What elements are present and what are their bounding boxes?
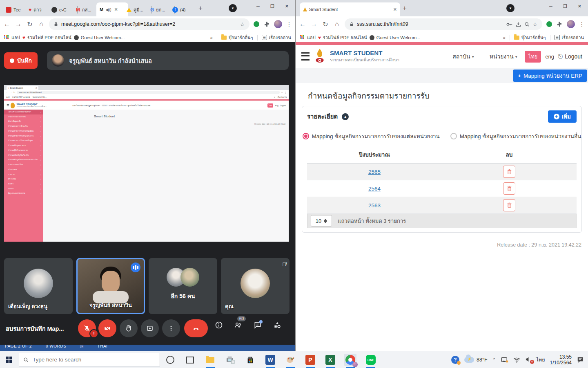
- chat-button[interactable]: [254, 321, 262, 331]
- delete-button[interactable]: [503, 199, 515, 211]
- password-key-icon[interactable]: [506, 22, 512, 27]
- zoom-icon[interactable]: [524, 22, 530, 27]
- paint3d-icon[interactable]: [284, 354, 296, 366]
- leave-call-button[interactable]: [184, 319, 208, 337]
- wifi-icon[interactable]: [513, 357, 520, 363]
- more-options-button[interactable]: [162, 319, 180, 337]
- tab-close-icon[interactable]: ✕: [114, 7, 118, 12]
- mapping-erp-button[interactable]: +Mapping หน่วยงาน ERP: [513, 70, 587, 82]
- radio-own-unit[interactable]: Mapping ข้อมูลกิจกรรมรายการรับของแต่ละหน…: [303, 132, 440, 141]
- line-icon[interactable]: LINE: [365, 354, 377, 366]
- active-speaker-tile[interactable]: จรูญพันธ์ สหนาวิน: [76, 258, 145, 314]
- nav-department[interactable]: หน่วยงาน▾: [490, 52, 517, 61]
- minimize-button[interactable]: ─: [256, 4, 260, 9]
- hamburger-menu-icon[interactable]: [301, 52, 310, 61]
- page-size-select[interactable]: 10: [311, 215, 332, 227]
- camera-toggle-button[interactable]: [98, 319, 116, 337]
- profile-avatar[interactable]: [274, 20, 282, 28]
- maximize-button[interactable]: ❐: [270, 4, 274, 9]
- refresh-icon[interactable]: ↻: [26, 20, 33, 28]
- other-bookmarks[interactable]: บุ๊กมาร์กอื่นๆ: [221, 34, 253, 41]
- delete-button[interactable]: [503, 182, 515, 195]
- year-link[interactable]: 2564: [368, 186, 381, 192]
- home-icon[interactable]: ⌂: [333, 20, 341, 28]
- extensions-puzzle-icon[interactable]: [263, 21, 270, 27]
- tray-expand-icon[interactable]: ⌃: [492, 357, 496, 363]
- tab-facebook[interactable]: f (4): [169, 3, 198, 16]
- bookmarks-overflow-icon[interactable]: »: [210, 35, 213, 40]
- home-icon[interactable]: ⌂: [38, 20, 45, 28]
- other-bookmarks[interactable]: บุ๊กมาร์กอื่นๆ: [514, 34, 546, 41]
- task-view-icon[interactable]: [184, 354, 196, 366]
- clock[interactable]: 13:55 1/10/2564: [550, 354, 572, 366]
- ms-store-icon[interactable]: [244, 354, 256, 366]
- year-link[interactable]: 2563: [368, 202, 381, 209]
- install-icon[interactable]: [516, 22, 521, 27]
- search-input[interactable]: [32, 356, 156, 363]
- menu-dots-icon[interactable]: ⋮: [286, 21, 292, 27]
- chrome-icon[interactable]: [344, 354, 356, 366]
- bookmark-guest[interactable]: Guest User Welcom...: [74, 35, 125, 40]
- forward-icon[interactable]: →: [310, 20, 318, 28]
- reading-list[interactable]: ☰เรื่องรออ่าน: [555, 34, 584, 41]
- taskbar-search[interactable]: [19, 353, 160, 366]
- menu-dots-icon[interactable]: ⋮: [579, 21, 585, 27]
- back-icon[interactable]: ←: [299, 20, 306, 28]
- new-tab-button[interactable]: +: [198, 4, 203, 12]
- cast-display-icon[interactable]: [501, 357, 508, 363]
- tab-smart-student[interactable]: Smart Student ✕: [300, 2, 400, 16]
- close-button[interactable]: ✕: [285, 4, 289, 9]
- word-word-count[interactable]: 0 WORDS: [46, 345, 66, 348]
- maximize-button[interactable]: ❐: [563, 4, 567, 9]
- bookmark-star-icon[interactable]: ☆: [240, 21, 245, 27]
- bookmark-pdf[interactable]: ♥รวมไฟล์ PDF ออนไลน์: [318, 34, 367, 41]
- extensions-puzzle-icon[interactable]: [556, 21, 563, 27]
- media-controls-icon[interactable]: ▾: [229, 4, 237, 12]
- left-address-bar[interactable]: meet.google.com/ooc-gtpm-ksc?pli=1&authu…: [49, 18, 249, 30]
- volume-muted-icon[interactable]: ✕: [525, 357, 531, 364]
- meeting-details-button[interactable]: [215, 321, 223, 331]
- file-explorer-icon[interactable]: [204, 354, 216, 366]
- forward-icon[interactable]: →: [15, 20, 22, 28]
- raise-hand-button[interactable]: [120, 319, 138, 337]
- add-button[interactable]: + เพิ่ม: [548, 110, 577, 123]
- action-center-icon[interactable]: [577, 357, 584, 363]
- cortana-icon[interactable]: [164, 354, 176, 366]
- profile-avatar[interactable]: [567, 20, 575, 28]
- mic-toggle-button[interactable]: !: [78, 319, 96, 337]
- participants-button[interactable]: 60: [234, 321, 243, 331]
- nav-institute[interactable]: สถาบัน▾: [452, 52, 474, 61]
- lang-thai-button[interactable]: ไทย: [525, 51, 541, 63]
- tab-audio-icon[interactable]: ◀)): [105, 7, 111, 12]
- participant-tile[interactable]: เดือนเพ็ญ ดวงธนู: [4, 258, 73, 314]
- reading-list[interactable]: ☰เรื่องรออ่าน: [262, 34, 291, 41]
- year-link[interactable]: 2565: [368, 169, 381, 175]
- new-tab-button[interactable]: +: [403, 4, 407, 12]
- start-button[interactable]: [6, 357, 12, 363]
- scanner-app-icon[interactable]: [224, 354, 236, 366]
- bookmark-pdf[interactable]: ♥รวมไฟล์ PDF ออนไลน์: [22, 34, 71, 41]
- bookmarks-overflow-icon[interactable]: »: [503, 35, 506, 40]
- extension-green-icon[interactable]: [546, 21, 552, 27]
- radio-other-unit[interactable]: Mapping ข้อมูลกิจกรรมรายการรับของหน่วยงา…: [450, 132, 581, 141]
- lang-eng-button[interactable]: eng: [545, 54, 554, 60]
- bookmark-star-icon[interactable]: ☆: [533, 21, 537, 27]
- self-tile[interactable]: 🎙̸ คุณ: [221, 258, 290, 314]
- excel-icon[interactable]: X: [324, 354, 336, 366]
- tab-close-icon[interactable]: ✕: [393, 7, 397, 12]
- close-button[interactable]: ✕: [578, 4, 581, 9]
- bookmark-guest[interactable]: Guest User Welcom...: [370, 35, 420, 40]
- word-icon[interactable]: W: [264, 354, 276, 366]
- present-button[interactable]: [141, 319, 159, 337]
- logout-button[interactable]: ⎋Logout: [558, 53, 582, 60]
- help-tray-icon[interactable]: ?: [451, 356, 459, 364]
- word-page-count[interactable]: PAGE 2 OF 2: [5, 345, 32, 348]
- bookmark-apps[interactable]: แอป: [300, 34, 316, 41]
- word-proofing-icon[interactable]: ⎘: [80, 345, 84, 349]
- refresh-icon[interactable]: ↻: [322, 20, 329, 28]
- more-participants-tile[interactable]: อีก 56 คน: [149, 258, 217, 314]
- collapse-icon[interactable]: ▲: [342, 113, 349, 120]
- minimize-button[interactable]: ─: [549, 4, 552, 9]
- extension-green-icon[interactable]: [254, 21, 259, 27]
- input-language[interactable]: ไทย: [536, 356, 545, 364]
